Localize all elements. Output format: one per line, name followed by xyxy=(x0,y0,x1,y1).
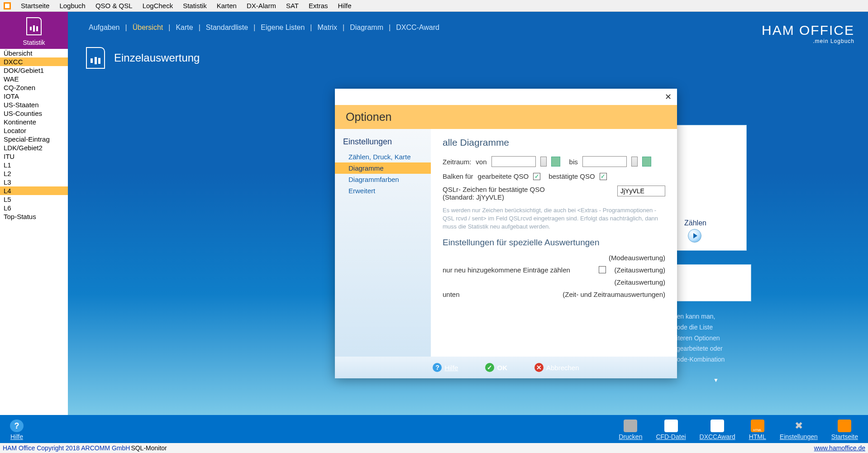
separator: | xyxy=(253,24,255,32)
gearbeitete-checkbox[interactable]: ✓ xyxy=(533,173,540,180)
sql-monitor-label: SQL-Monitor xyxy=(131,444,167,452)
gearbeitete-label: gearbeitete QSO xyxy=(478,172,529,180)
sidebar-item-dxcc[interactable]: DXCC xyxy=(0,57,68,66)
sidebar-item-dok-gebiet1[interactable]: DOK/Gebiet1 xyxy=(0,66,68,75)
sidebar-item-itu[interactable]: ITU xyxy=(0,152,68,161)
separator: | xyxy=(389,24,391,32)
close-icon[interactable]: ✕ xyxy=(665,92,672,102)
statusbar: HAM Office Copyright 2018 ARCOMM GmbH SQ… xyxy=(0,443,868,453)
copyright-text: HAM Office Copyright 2018 ARCOMM GmbH xyxy=(3,444,130,452)
subnav-standardliste[interactable]: Standardliste xyxy=(206,24,248,32)
menu-logbuch[interactable]: Logbuch xyxy=(59,2,86,10)
menu-karten[interactable]: Karten xyxy=(217,2,237,10)
dialog-side-erweitert[interactable]: Erweitert xyxy=(335,185,431,196)
subnav-aufgaben[interactable]: Aufgaben xyxy=(89,24,120,32)
dialog-main: alle Diagramme Zeitraum: von bis Balken … xyxy=(431,129,677,357)
qslr-label-1: QSLr- Zeichen für bestätigte QSO xyxy=(443,186,613,193)
dialog-cancel-button[interactable]: ✕ Abbrechen xyxy=(534,363,579,372)
action-zaehlen-label: Zählen xyxy=(684,219,706,227)
bottom-cfd-datei-button[interactable]: CFD-Datei xyxy=(656,420,686,440)
dialog-help-button[interactable]: ? Hilfe xyxy=(433,363,458,372)
sidebar-item-special-eintrag[interactable]: Special-Eintrag xyxy=(0,135,68,143)
help-icon: ? xyxy=(10,420,24,432)
calendar-to-icon[interactable] xyxy=(642,157,651,167)
dialog-title: Optionen xyxy=(335,105,677,129)
dialog-side-diagrammfarben[interactable]: Diagrammfarben xyxy=(335,174,431,185)
subnav-karte[interactable]: Karte xyxy=(176,24,193,32)
bottom-drucken-button[interactable]: Drucken xyxy=(619,420,642,440)
menu-startseite[interactable]: Startseite xyxy=(21,2,49,10)
sidebar-item-l6[interactable]: L6 xyxy=(0,204,68,212)
section-alle-diagramme: alle Diagramme xyxy=(443,137,665,148)
dropdown-arrow-icon[interactable]: ▼ xyxy=(713,377,719,383)
brand-subtitle: .mein Logbuch xyxy=(762,38,854,44)
subnav--bersicht[interactable]: Übersicht xyxy=(133,24,163,32)
date-to-spinner[interactable] xyxy=(631,157,638,167)
dialog-ok-button[interactable]: ✓ OK xyxy=(485,363,507,372)
neu-eintraege-checkbox[interactable] xyxy=(599,266,606,273)
bestaetigte-checkbox[interactable]: ✓ xyxy=(600,173,607,180)
bottom-dxccaward-button[interactable]: DXCCAward xyxy=(700,420,735,440)
sidebar-item-l3[interactable]: L3 xyxy=(0,178,68,186)
sidebar-item-l5[interactable]: L5 xyxy=(0,195,68,204)
bottom-html-button[interactable]: HTML xyxy=(749,420,766,440)
sidebar-item-cq-zonen[interactable]: CQ-Zonen xyxy=(0,83,68,92)
dialog-footer: ? Hilfe ✓ OK ✕ Abbrechen xyxy=(335,357,677,378)
subnav-dxcc-award[interactable]: DXCC-Award xyxy=(396,24,439,32)
brand-title: HAM OFFICE xyxy=(762,23,854,38)
content: Aufgaben|Übersicht|Karte|Standardliste|E… xyxy=(68,12,868,415)
startseite-icon xyxy=(838,420,851,432)
sidebar-item-us-staaten[interactable]: US-Staaten xyxy=(0,100,68,109)
website-link[interactable]: www.hamoffice.de xyxy=(814,444,865,452)
separator: | xyxy=(199,24,200,32)
subnav-eigene-listen[interactable]: Eigene Listen xyxy=(261,24,305,32)
menubar: Startseite Logbuch QSO & QSL LogCheck St… xyxy=(0,0,868,12)
sidebar-item-l1[interactable]: L1 xyxy=(0,161,68,169)
sidebar-item-wae[interactable]: WAE xyxy=(0,75,68,83)
sidebar: Statistik ÜbersichtDXCCDOK/Gebiet1WAECQ-… xyxy=(0,12,68,415)
sidebar-item-ldk-gebiet2[interactable]: LDK/Gebiet2 xyxy=(0,143,68,152)
menu-statistik[interactable]: Statistik xyxy=(183,2,207,10)
sidebar-item-iota[interactable]: IOTA xyxy=(0,92,68,100)
bottom-help-button[interactable]: ? Hilfe xyxy=(10,420,24,440)
sidebar-item-top-status[interactable]: Top-Status xyxy=(0,212,68,221)
play-button[interactable] xyxy=(688,229,701,243)
dialog-side-diagramme[interactable]: Diagramme xyxy=(335,162,431,174)
date-to-input[interactable] xyxy=(582,156,627,167)
hint-text: ngen kann man, /Mode die Liste veiteren … xyxy=(670,311,760,365)
menu-sat[interactable]: SAT xyxy=(286,2,299,10)
date-from-input[interactable] xyxy=(491,156,536,167)
subnav-diagramm[interactable]: Diagramm xyxy=(350,24,383,32)
date-from-spinner[interactable] xyxy=(540,157,547,167)
subnav-matrix[interactable]: Matrix xyxy=(317,24,337,32)
menu-dxalarm[interactable]: DX-Alarm xyxy=(247,2,276,10)
sidebar-item-l2[interactable]: L2 xyxy=(0,169,68,178)
chart-icon xyxy=(26,17,42,35)
separator: | xyxy=(168,24,170,32)
bottom-einstellungen-button[interactable]: Einstellungen xyxy=(780,420,818,440)
zeitauswertung-label-1: (Zeitauswertung) xyxy=(614,266,665,274)
qslr-input[interactable] xyxy=(617,186,665,196)
modeauswertung-label: (Modeauswertung) xyxy=(609,254,665,262)
html-icon xyxy=(751,420,764,432)
menu-hilfe[interactable]: Hilfe xyxy=(338,2,352,10)
brand: HAM OFFICE .mein Logbuch xyxy=(762,23,854,44)
dialog-side-z-hlen-druck-karte[interactable]: Zählen, Druck, Karte xyxy=(335,151,431,162)
page-chart-icon xyxy=(86,47,105,69)
sidebar-item-l4[interactable]: L4 xyxy=(0,186,68,195)
menu-extras[interactable]: Extras xyxy=(309,2,328,10)
home-icon[interactable] xyxy=(4,2,11,10)
qslr-label-2: (Standard: JjYyVLE) xyxy=(443,193,613,201)
sidebar-item-us-counties[interactable]: US-Counties xyxy=(0,109,68,118)
sidebar-item--bersicht[interactable]: Übersicht xyxy=(0,49,68,57)
zeit-zeitraum-label: (Zeit- und Zeitraumauswertungen) xyxy=(563,291,665,298)
menu-qso-qsl[interactable]: QSO & QSL xyxy=(95,2,133,10)
dxccaward-icon xyxy=(711,420,724,432)
dialog-sidebar: Einstellungen Zählen, Druck, KarteDiagra… xyxy=(335,129,431,357)
sidebar-item-kontinente[interactable]: Kontinente xyxy=(0,118,68,126)
bottom-startseite-button[interactable]: Startseite xyxy=(831,420,858,440)
calendar-from-icon[interactable] xyxy=(551,157,560,167)
options-dialog: ✕ Optionen Einstellungen Zählen, Druck, … xyxy=(335,89,677,378)
sidebar-item-locator[interactable]: Locator xyxy=(0,126,68,135)
menu-logcheck[interactable]: LogCheck xyxy=(143,2,173,10)
